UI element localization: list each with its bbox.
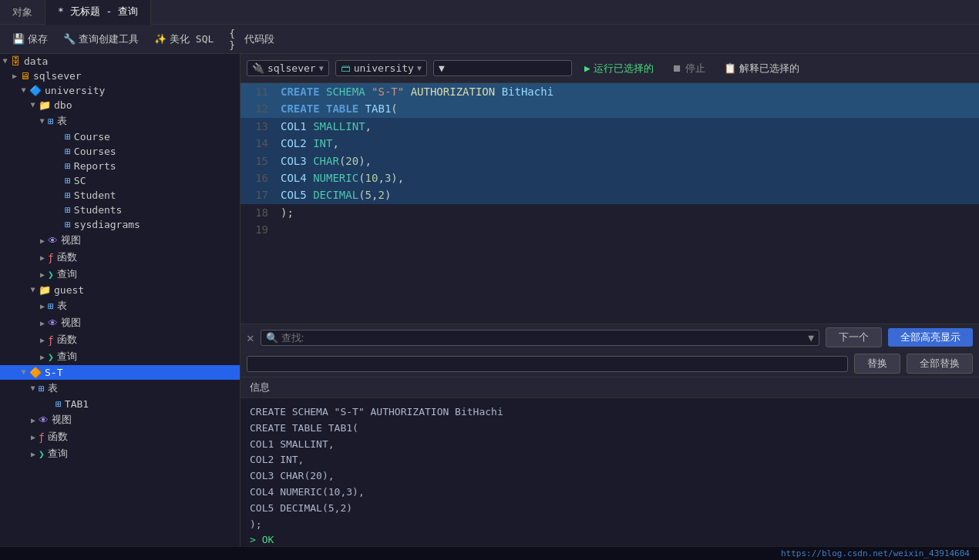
connection-dropdown[interactable]: 🔌 sqlsever ▼ [247,60,329,76]
line-number: 17 [241,186,278,203]
db-icon: 🗄 [11,55,21,67]
tab-query[interactable]: * 无标题 - 查询 [45,0,151,25]
extra-dropdown[interactable]: ▼ [433,60,572,76]
sidebar-item-st-funcs[interactable]: ▶ ƒ 函数 [0,428,240,445]
query-tool-button[interactable]: 🔧 查询创建工具 [57,30,145,49]
replace-row: 替换 全部替换 [241,350,979,377]
sidebar-item-label: Student [74,189,116,201]
explain-button[interactable]: 📋 解释已选择的 [718,60,806,77]
sidebar-item-data[interactable]: ▶ 🗄 data [0,54,240,69]
sidebar-item-queries[interactable]: ▶ ❯ 查询 [0,266,240,283]
sidebar-item-course[interactable]: ⊞ Course [0,129,240,144]
sidebar-item-label: sqlsever [33,70,82,82]
caret-right-icon: ▶ [40,253,45,262]
search-icon: 🔍 [266,332,278,344]
line-content: CREATE SCHEMA "S-T" AUTHORIZATION BitHac… [278,83,979,100]
sidebar-item-students[interactable]: ⊞ Students [0,203,240,217]
code-line-11: 11 CREATE SCHEMA "S-T" AUTHORIZATION Bit… [241,83,979,100]
sidebar-item-sysdiagrams[interactable]: ⊞ sysdiagrams [0,217,240,232]
stop-label: 停止 [685,62,705,75]
line-number: 19 [241,221,278,238]
code-editor[interactable]: 11 CREATE SCHEMA "S-T" AUTHORIZATION Bit… [241,83,979,324]
code-line-15: 15 COL3 CHAR(20), [241,153,979,169]
sidebar-item-courses[interactable]: ⊞ Courses [0,144,240,159]
sidebar-item-guest-views[interactable]: ▶ 👁 视图 [0,314,240,331]
footer-url: https://blog.csdn.net/weixin_43914604 [781,548,970,558]
code-line-16: 16 COL4 NUMERIC(10,3), [241,169,979,186]
sidebar-item-st-views[interactable]: ▶ 👁 视图 [0,411,240,428]
sidebar-item-sqlsever[interactable]: ▶ 🖥 sqlsever [0,69,240,83]
code-segment-label: 代码段 [244,32,274,46]
info-panel: 信息 CREATE SCHEMA "S-T" AUTHORIZATION Bit… [241,377,979,546]
explain-icon: 📋 [724,62,736,74]
sidebar-item-tables[interactable]: ▶ ⊞ 表 [0,112,240,129]
sidebar-item-student[interactable]: ⊞ Student [0,188,240,203]
caret-down-icon: ▶ [29,102,38,107]
sidebar-item-guest-funcs[interactable]: ▶ ƒ 函数 [0,331,240,348]
code-line-18: 18 ); [241,204,979,221]
sidebar-item-st-queries[interactable]: ▶ ❯ 查询 [0,445,240,462]
tab-object[interactable]: 对象 [0,1,45,24]
code-line-14: 14 COL2 INT, [241,135,979,152]
func-icon: ƒ [48,334,54,346]
code-line-19: 19 [241,221,979,238]
sidebar-item-label: Courses [74,146,116,157]
sidebar-item-funcs[interactable]: ▶ ƒ 函数 [0,249,240,266]
sidebar-item-label: 查询 [48,447,68,461]
search-next-button[interactable]: 下一个 [826,327,882,347]
sidebar-item-label: Reports [74,160,116,172]
database-dropdown[interactable]: 🗃 university ▼ [335,60,427,76]
sidebar-item-label: 函数 [48,430,68,444]
replace-all-button[interactable]: 全部替换 [907,354,973,374]
info-ok: > OK [250,534,274,545]
sidebar-item-sc[interactable]: ⊞ SC [0,173,240,188]
sidebar-item-views[interactable]: ▶ 👁 视图 [0,232,240,249]
table-icon: ⊞ [56,398,62,410]
sidebar-item-guest-queries[interactable]: ▶ ❯ 查询 [0,348,240,365]
save-button[interactable]: 💾 保存 [6,30,54,49]
caret-right-icon: ▶ [31,433,35,441]
search-options-button[interactable]: ▼ [808,332,814,344]
sidebar-item-university[interactable]: ▶ 🔷 university [0,83,240,98]
view-icon: 👁 [39,414,49,426]
code-segment-button[interactable]: { } 代码段 [223,30,281,49]
schema-icon: 🔷 [29,85,42,96]
func-icon: ƒ [48,252,54,263]
main-layout: ▶ 🗄 data ▶ 🖥 sqlsever ▶ 🔷 university ▶ 📁… [0,54,979,546]
sidebar-item-tab1[interactable]: ⊞ TAB1 [0,397,240,411]
sidebar-item-reports[interactable]: ⊞ Reports [0,159,240,173]
replace-input-wrap [247,356,848,372]
close-search-button[interactable]: ✕ [247,330,254,345]
caret-right-icon: ▶ [31,416,35,424]
replace-input[interactable] [252,358,843,370]
info-text: CREATE SCHEMA "S-T" AUTHORIZATION BitHac… [250,406,503,530]
sidebar-item-label: Course [74,131,110,143]
table-icon: ⊞ [48,116,54,127]
caret-down-icon: ▶ [20,88,29,92]
sidebar-item-label: 视图 [61,233,81,247]
beautify-button[interactable]: ✨ 美化 SQL [148,30,220,49]
line-content: COL5 DECIMAL(5,2) [278,186,979,203]
sidebar-item-label: 函数 [57,250,77,264]
search-highlight-button[interactable]: 全部高亮显示 [888,328,973,347]
run-button[interactable]: ▶ 运行已选择的 [578,60,660,77]
database-label: university [354,62,414,74]
sidebar-item-st[interactable]: ▶ 🔶 S-T [0,365,240,380]
query-icon: ❯ [48,269,54,280]
line-number: 13 [241,118,278,135]
st-schema-icon: 🔶 [29,367,42,378]
caret-down-icon: ▶ [29,386,38,391]
table-icon: ⊞ [65,160,71,172]
line-content: COL1 SMALLINT, [278,118,979,135]
search-bar: ✕ 🔍 ▼ 下一个 全部高亮显示 [241,324,979,350]
sidebar-item-guest[interactable]: ▶ 📁 guest [0,283,240,297]
right-pane: 🔌 sqlsever ▼ 🗃 university ▼ ▼ ▶ 运行已选择的 ⏹… [241,54,979,546]
search-input[interactable] [281,332,806,344]
stop-button[interactable]: ⏹ 停止 [666,60,712,77]
sidebar-item-dbo[interactable]: ▶ 📁 dbo [0,98,240,112]
replace-button[interactable]: 替换 [854,354,900,374]
table-icon: ⊞ [65,131,71,143]
connection-icon: 🔌 [252,62,264,74]
sidebar-item-st-tables[interactable]: ▶ ⊞ 表 [0,380,240,397]
sidebar-item-guest-tables[interactable]: ▶ ⊞ 表 [0,297,240,314]
